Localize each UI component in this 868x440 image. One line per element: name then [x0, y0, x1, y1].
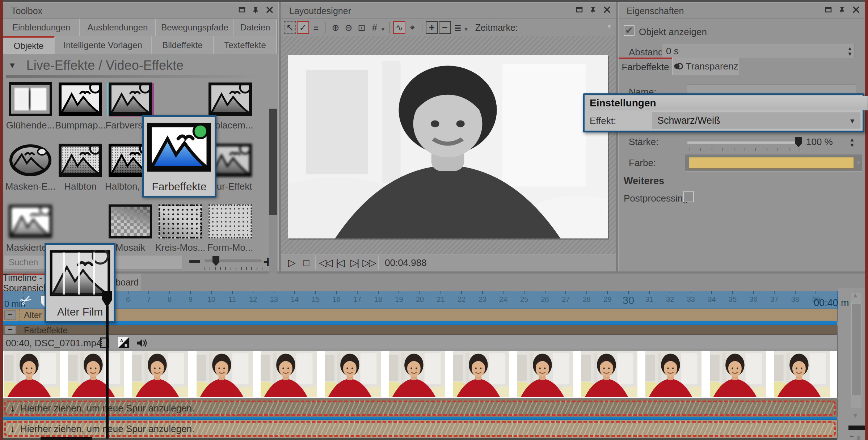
layout-canvas[interactable] [281, 36, 616, 254]
video-frame-thumbnail[interactable] [67, 351, 131, 398]
stop-button[interactable]: □ [299, 255, 313, 270]
toolbox-scrollbar-thumb[interactable] [269, 109, 277, 215]
staerke-spinner[interactable]: ▲▼ [848, 137, 856, 147]
pin-icon[interactable] [590, 6, 597, 13]
maximize-icon[interactable] [576, 6, 583, 13]
track-alter-film[interactable]: − Alter Film [3, 309, 837, 321]
tab-transparenz[interactable]: Transparenz [672, 58, 739, 75]
layers-icon[interactable]: ≡ [310, 21, 322, 34]
select-tool-icon[interactable]: ↖ [284, 21, 296, 34]
video-frame-thumbnail[interactable] [452, 351, 516, 398]
toolbar-overflow-icon[interactable]: ▼ [606, 24, 612, 30]
tab-farbeffekte[interactable]: Farbeffekte [619, 58, 672, 75]
effekt-dropdown[interactable]: Schwarz/Weiß ▼ [652, 113, 860, 128]
staerke-slider[interactable] [687, 141, 800, 144]
maximize-icon[interactable] [239, 6, 246, 13]
video-clip-header[interactable]: 00:40, DSC_0701.mp4 [3, 335, 837, 351]
track-farbeffekte[interactable]: − Farbeffekte [3, 325, 837, 335]
tab-intelligente-vorlagen[interactable]: Intelligente Vorlagen [55, 36, 152, 54]
farbe-label: Farbe: [629, 157, 656, 169]
zoom-out-icon[interactable]: ⊖ [342, 21, 355, 34]
effect-item-kreis-mos-[interactable]: Kreis-Mos... [155, 204, 205, 262]
video-frame-thumbnail[interactable] [324, 351, 388, 398]
abstand-field[interactable]: 0 s [662, 44, 855, 58]
video-frame-thumbnail[interactable] [131, 351, 195, 398]
tab-einblendungen[interactable]: Einblendungen [3, 19, 80, 36]
speaker-icon[interactable] [136, 338, 147, 348]
abstand-spinner[interactable]: ▲▼ [846, 46, 854, 56]
postprocessing-checkbox[interactable] [683, 191, 694, 202]
collapse-track-button[interactable]: − [4, 326, 16, 334]
video-frame-thumbnail[interactable] [388, 351, 452, 398]
motion-path-icon[interactable]: ∿ [393, 21, 405, 34]
timeline-vertical-scrollbar[interactable]: ▲ ▼ [851, 293, 861, 408]
vertical-scrollbar-thumb[interactable] [851, 303, 861, 395]
staerke-slider-handle[interactable] [795, 137, 802, 147]
video-thumbnail-strip[interactable] [3, 351, 837, 398]
effect-item-masken-e-[interactable]: Masken-E... [5, 143, 55, 201]
close-icon[interactable] [852, 6, 860, 13]
skip-end-button[interactable]: ▷| [347, 255, 362, 270]
timeline-zoom-slider[interactable] [857, 436, 860, 440]
close-icon[interactable] [603, 6, 611, 13]
snap-tool-icon[interactable]: ✓ [297, 21, 309, 34]
video-frame-thumbnail[interactable] [644, 351, 708, 398]
tab-dateien[interactable]: Dateien [234, 19, 277, 36]
playhead-line[interactable] [106, 306, 109, 439]
objekt-anzeigen-checkbox[interactable]: ✔ [624, 25, 635, 36]
video-frame-thumbnail[interactable] [709, 351, 773, 398]
effect-item-form-mo-[interactable]: Form-Mo... [205, 204, 255, 262]
forward-button[interactable]: ▷▷ [362, 255, 376, 270]
video-frame-thumbnail[interactable] [3, 351, 67, 398]
video-frame-thumbnail[interactable] [580, 351, 644, 398]
ab-compare-icon[interactable] [118, 337, 129, 348]
video-frame-thumbnail[interactable] [773, 351, 837, 398]
zoom-out-button[interactable] [189, 260, 200, 263]
skip-start-button[interactable]: |◁ [333, 255, 347, 270]
rewind-button[interactable]: ◁◁ [318, 255, 333, 270]
grid-icon[interactable]: # [368, 21, 381, 34]
camera-pan-icon[interactable]: ⌖ [406, 21, 418, 34]
timeline-zoom-bar[interactable] [848, 426, 865, 430]
insert-minus-icon[interactable]: − [439, 21, 451, 34]
effect-item-alter-film-selected[interactable]: Alter Film [45, 243, 115, 323]
timeline-ruler[interactable]: 1234567891011121314151617181920212223242… [3, 291, 838, 309]
play-button[interactable]: ▷ [284, 255, 299, 270]
tab-objekte[interactable]: Objekte [3, 36, 55, 54]
effect-item-bumpmap-[interactable]: Bumpmap... [55, 82, 105, 140]
video-preview[interactable] [288, 55, 608, 238]
tab-texteffekte[interactable]: Texteffekte [214, 36, 277, 54]
effect-item-farbeffekte-selected[interactable]: Farbeffekte [142, 115, 216, 198]
effect-item-halbton[interactable]: Halbton [55, 143, 105, 201]
maximize-icon[interactable] [825, 6, 832, 13]
collapse-icon[interactable]: ▼ [8, 61, 16, 70]
pin-icon[interactable] [839, 6, 846, 13]
chevron-down-icon[interactable]: ▼ [849, 117, 856, 125]
scroll-up-icon[interactable]: ▲ [852, 292, 859, 299]
storyboard-list-icon-dropdown[interactable]: ▼ [464, 26, 469, 32]
collapse-track-button[interactable]: − [4, 310, 16, 320]
grid-icon-dropdown[interactable]: ▼ [380, 26, 385, 32]
section-header[interactable]: ▼ Live-Effekte / Video-Effekte [8, 58, 184, 73]
scroll-down-icon[interactable]: ▼ [852, 412, 859, 420]
video-frame-thumbnail[interactable] [195, 351, 260, 398]
video-frame-thumbnail[interactable] [260, 351, 324, 398]
storyboard-list-icon[interactable]: ≣ [452, 21, 464, 34]
drop-zone-new-track-1[interactable]: ↓ Hierher ziehen, um neue Spur anzulegen… [3, 399, 837, 417]
farbe-dropdown-icon[interactable]: ▼ [856, 160, 861, 166]
farbe-swatch[interactable] [689, 157, 854, 169]
tab-bildeffekte[interactable]: Bildeffekte [152, 36, 214, 54]
video-frame-thumbnail[interactable] [516, 351, 580, 398]
pin-icon[interactable] [252, 6, 260, 13]
insert-plus-icon[interactable]: + [426, 21, 438, 34]
tab-bewegungspfade[interactable]: Bewegungspfade [156, 19, 234, 36]
zoom-in-icon[interactable]: ⊕ [329, 21, 342, 34]
effect-item-gl-hende-[interactable]: Glühende... [5, 82, 55, 140]
farbe-picker[interactable]: ▼ [685, 155, 862, 171]
close-icon[interactable] [266, 6, 273, 13]
tab-ausblendungen[interactable]: Ausblendungen [80, 19, 156, 36]
zoom-fit-icon[interactable]: ⊡ [355, 21, 368, 34]
horizontal-scrollbar-thumb[interactable] [41, 437, 92, 440]
drop-zone-new-track-2[interactable]: ↓ Hierher ziehen, um neue Spur anzulegen… [3, 420, 837, 438]
toolbox-titlebar: Toolbox [3, 3, 278, 19]
